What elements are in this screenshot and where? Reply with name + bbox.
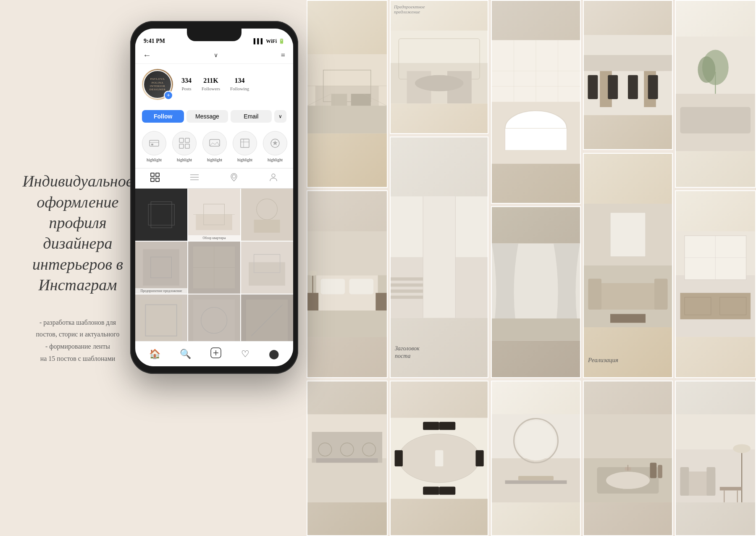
highlight-4[interactable]: highlight <box>233 131 257 162</box>
svg-point-82 <box>698 56 716 83</box>
svg-rect-97 <box>391 278 423 281</box>
svg-rect-22 <box>151 202 172 228</box>
svg-rect-110 <box>610 213 646 257</box>
tile-2: Предпроектноепредложение <box>390 0 488 134</box>
svg-rect-0 <box>150 140 159 146</box>
svg-point-144 <box>606 471 650 489</box>
grid-cell-8[interactable] <box>188 294 240 347</box>
following-count: 134 <box>230 77 249 84</box>
svg-rect-128 <box>395 450 403 467</box>
svg-rect-12 <box>151 173 154 176</box>
add-story-button[interactable]: + <box>164 91 173 100</box>
heart-icon[interactable]: ♡ <box>241 349 249 360</box>
highlight-label-1: highlight <box>147 158 162 162</box>
grid-overlay-1: Обзор квартиры <box>188 235 240 241</box>
phone-mockup: 9:41 PM ▌▌▌ WiFi 🔋 ← ∨ ≡ <box>130 21 307 382</box>
svg-rect-98 <box>391 284 423 287</box>
list-view-tab[interactable] <box>190 173 199 184</box>
followers-label: Followers <box>202 86 220 91</box>
profile-dropdown[interactable]: ∨ <box>214 52 218 59</box>
grid-overlay-2: Предпроектное предложение <box>135 288 187 294</box>
signal-icon: ▌▌▌ <box>254 38 265 45</box>
svg-rect-76 <box>648 75 658 99</box>
back-button[interactable]: ← <box>143 50 151 60</box>
svg-rect-132 <box>423 486 439 494</box>
svg-point-138 <box>516 421 556 461</box>
svg-rect-2 <box>151 144 153 145</box>
tile-11 <box>307 381 388 536</box>
search-icon[interactable]: 🔍 <box>180 349 191 360</box>
tile-8 <box>491 206 581 378</box>
highlight-1[interactable]: highlight <box>142 131 166 162</box>
svg-rect-15 <box>156 178 159 181</box>
highlight-label-2: highlight <box>177 158 192 162</box>
svg-rect-89 <box>375 293 386 310</box>
svg-rect-87 <box>349 279 374 294</box>
message-button[interactable]: Message <box>186 110 228 123</box>
svg-rect-73 <box>588 75 598 99</box>
tile-9: Реализация <box>583 153 673 378</box>
svg-rect-5 <box>179 144 184 148</box>
add-post-icon[interactable] <box>210 347 222 361</box>
bottom-nav: 🏠 🔍 ♡ ⬤ <box>135 341 293 366</box>
svg-rect-153 <box>707 467 716 496</box>
highlight-2[interactable]: highlight <box>172 131 197 162</box>
highlight-5[interactable]: highlight <box>263 131 287 162</box>
collage-grid: Предпроектноепредложение <box>307 0 756 536</box>
tile-7: Заголовокпоста <box>390 137 488 378</box>
grid-cell-9[interactable]: Заголовок поста <box>241 294 293 347</box>
svg-rect-156 <box>720 487 742 490</box>
svg-rect-79 <box>680 107 751 134</box>
grid-view-tab[interactable] <box>150 173 160 184</box>
grid-cell-2[interactable]: Обзор квартиры <box>188 189 240 241</box>
highlight-circle-2 <box>172 131 197 155</box>
main-title: Индивидуальное оформление профиля дизайн… <box>13 171 143 295</box>
svg-rect-100 <box>391 296 423 299</box>
status-time: 9:41 PM <box>144 38 165 45</box>
highlight-circle-5 <box>263 131 287 155</box>
battery-icon: 🔋 <box>278 38 285 45</box>
avatar-wrapper[interactable]: PAVLOVA POLINA INTERIOR DESIGNER + <box>142 69 173 100</box>
avatar-text: PAVLOVA POLINA INTERIOR DESIGNER <box>144 77 171 92</box>
phone-notch <box>187 29 242 41</box>
svg-rect-107 <box>588 279 602 310</box>
tab-bar <box>135 168 293 189</box>
more-button[interactable]: ∨ <box>274 110 286 123</box>
location-tab[interactable] <box>229 173 239 184</box>
following-stat[interactable]: 134 Following <box>230 77 249 92</box>
status-icons: ▌▌▌ WiFi 🔋 <box>254 38 285 45</box>
highlight-circle-1 <box>142 131 166 155</box>
tile-1 <box>307 0 388 188</box>
highlight-3[interactable]: highlight <box>202 131 227 162</box>
svg-rect-33 <box>249 263 286 286</box>
followers-stat[interactable]: 211K Followers <box>202 77 220 92</box>
svg-rect-7 <box>210 139 220 146</box>
svg-rect-131 <box>439 422 456 430</box>
svg-rect-125 <box>316 458 378 462</box>
svg-point-155 <box>733 444 751 453</box>
tile-4 <box>583 0 673 150</box>
svg-rect-68 <box>584 35 672 115</box>
grid-cell-1[interactable] <box>135 189 187 241</box>
svg-rect-94 <box>423 197 455 318</box>
svg-rect-28 <box>143 250 180 286</box>
svg-rect-152 <box>680 467 689 496</box>
people-tab[interactable] <box>269 173 278 184</box>
home-icon[interactable]: 🏠 <box>149 349 160 360</box>
svg-rect-145 <box>650 462 657 478</box>
grid-cell-3[interactable] <box>241 189 293 241</box>
profile-icon[interactable]: ⬤ <box>269 349 279 360</box>
phone-screen: 9:41 PM ▌▌▌ WiFi 🔋 ← ∨ ≡ <box>135 29 293 366</box>
grid-cell-6[interactable] <box>241 242 293 294</box>
svg-rect-23 <box>196 215 233 230</box>
grid-cell-7[interactable] <box>135 294 187 347</box>
svg-point-91 <box>308 271 317 276</box>
follow-button[interactable]: Follow <box>142 110 184 123</box>
svg-rect-13 <box>156 173 159 176</box>
grid-cell-4[interactable]: Предпроектное предложение <box>135 242 187 294</box>
email-button[interactable]: Email <box>231 110 272 123</box>
grid-cell-5[interactable] <box>188 242 240 294</box>
svg-rect-8 <box>241 139 249 147</box>
menu-icon[interactable]: ≡ <box>281 51 286 60</box>
svg-rect-74 <box>608 75 618 99</box>
